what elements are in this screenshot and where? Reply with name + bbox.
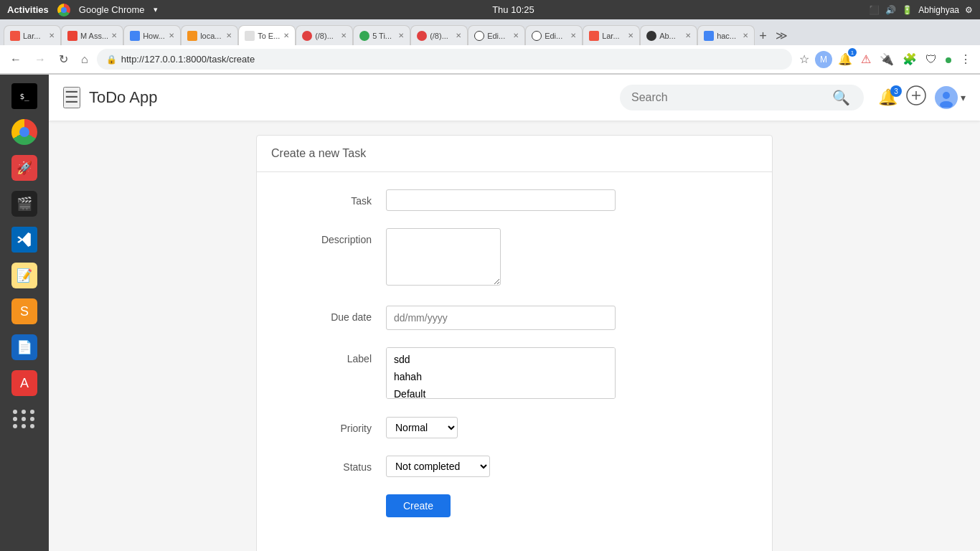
tab-favicon-5ti [359, 31, 369, 41]
tab-ab[interactable]: Ab... ✕ [640, 25, 697, 45]
notepad-icon: 📝 [11, 263, 37, 288]
back-button[interactable]: ← [6, 50, 26, 69]
label-label: Label [286, 347, 372, 364]
due-date-input[interactable] [386, 306, 616, 330]
bookmark-star-icon[interactable]: ☆ [796, 50, 812, 69]
tab-edi1[interactable]: Edi... ✕ [468, 25, 525, 45]
forward-button[interactable]: → [30, 50, 50, 69]
tab-favicon-edi1 [474, 31, 484, 41]
tab-close-how[interactable]: ✕ [169, 32, 174, 39]
sidebar-item-writer[interactable]: 📄 [9, 331, 40, 363]
label-select[interactable]: sdd hahah Default [386, 347, 616, 399]
tab-close-ass[interactable]: ✕ [111, 32, 117, 39]
tab-close-laravel[interactable]: ✕ [49, 32, 55, 39]
label-option-hahah[interactable]: hahah [387, 368, 615, 385]
tab-favicon-laravel [10, 31, 20, 41]
tab-close-q2[interactable]: ✕ [456, 32, 461, 39]
description-textarea[interactable] [386, 228, 501, 286]
tab-close-pma[interactable]: ✕ [226, 32, 232, 39]
search-area: 🔍 [620, 85, 864, 110]
chrome-app-icon [11, 119, 37, 145]
address-bar: ← → ↻ ⌂ 🔒 http://127.0.0.1:8000/task/cre… [0, 45, 980, 74]
tab-close-hac[interactable]: ✕ [743, 32, 748, 39]
tab-favicon-ab [646, 31, 656, 41]
chevron-down-icon[interactable]: ▾ [154, 5, 158, 14]
sidebar-item-notepad[interactable]: 📝 [9, 260, 40, 291]
status-select[interactable]: Not completed Completed [386, 456, 490, 477]
tab-label-5ti: 5 Ti... [372, 32, 395, 40]
task-row: Task [286, 189, 743, 211]
tab-q1[interactable]: (/8)... ✕ [296, 25, 353, 45]
description-label: Description [286, 228, 372, 245]
priority-select[interactable]: Low Normal High [386, 417, 458, 438]
new-tab-button[interactable]: + [755, 27, 771, 45]
extension1-icon[interactable]: 🔌 [877, 50, 897, 69]
tab-lar2[interactable]: Lar... ✕ [583, 25, 640, 45]
tab-laravel[interactable]: Lar... ✕ [4, 25, 61, 45]
reload-button[interactable]: ↻ [55, 50, 72, 69]
tab-5ti[interactable]: 5 Ti... ✕ [353, 25, 410, 45]
extension3-icon[interactable]: 🛡 [923, 50, 940, 69]
tab-how[interactable]: How... ✕ [123, 25, 181, 45]
more-icon[interactable]: ⋮ [957, 50, 974, 69]
activities-label[interactable]: Activities [7, 4, 49, 15]
tab-label-edi1: Edi... [487, 32, 510, 40]
browser-toolbar: ☆ M 🔔 1 ⚠ 🔌 🧩 🛡 ⋮ [796, 50, 974, 69]
tab-close-edi2[interactable]: ✕ [570, 32, 576, 39]
tab-close-lar2[interactable]: ✕ [628, 32, 633, 39]
sidebar-item-terminal[interactable]: $_ [9, 80, 40, 112]
sidebar-item-apps[interactable] [9, 403, 40, 435]
search-input[interactable] [631, 91, 832, 104]
tab-overflow-icon[interactable]: ≫ [771, 26, 792, 45]
warning-icon[interactable]: ⚠ [858, 50, 874, 69]
notification-button[interactable]: 🔔 3 [878, 88, 897, 107]
tab-close-todo[interactable]: ✕ [283, 32, 289, 39]
clock: Thu 10:25 [492, 4, 534, 15]
page-content: Create a new Task Task Description [49, 121, 980, 551]
sidebar-item-sublime[interactable]: S [9, 296, 40, 327]
tab-hac[interactable]: hac... ✕ [697, 25, 755, 45]
tab-label-edi2: Edi... [545, 32, 567, 40]
extension2-icon[interactable]: 🧩 [900, 50, 920, 69]
status-label: Status [286, 456, 372, 473]
tab-close-edi1[interactable]: ✕ [513, 32, 519, 39]
label-option-default[interactable]: Default [387, 385, 615, 399]
url-bar[interactable]: 🔒 http://127.0.0.1:8000/task/create [97, 49, 792, 70]
sidebar-item-vscode[interactable] [9, 224, 40, 255]
terminal-icon: $_ [11, 83, 37, 109]
chrome-icon [57, 4, 70, 17]
apps-grid-icon [10, 407, 39, 431]
tab-close-q1[interactable]: ✕ [341, 32, 347, 39]
notif-chrome-icon[interactable]: 🔔 1 [835, 50, 855, 69]
description-row: Description [286, 228, 743, 288]
avatar-button[interactable]: ▾ [935, 86, 966, 109]
sidebar-item-store[interactable]: A [9, 367, 40, 399]
tab-close-ab[interactable]: ✕ [685, 32, 691, 39]
task-input[interactable] [386, 189, 616, 211]
tab-todo[interactable]: To E... ✕ [238, 25, 296, 45]
notification-badge: 3 [890, 85, 902, 97]
tab-ass[interactable]: M Ass... ✕ [61, 25, 123, 45]
tab-label-todo: To E... [258, 32, 281, 40]
sidebar-item-chrome[interactable] [9, 116, 40, 148]
settings-icon[interactable]: ⚙ [965, 5, 973, 15]
create-task-card: Create a new Task Task Description [256, 135, 773, 551]
tab-close-5ti[interactable]: ✕ [398, 32, 404, 39]
tab-q2[interactable]: (/8)... ✕ [410, 25, 468, 45]
create-button[interactable]: Create [386, 494, 451, 517]
search-icon[interactable]: 🔍 [832, 89, 850, 106]
tab-favicon-todo [245, 31, 255, 41]
add-task-button[interactable] [906, 85, 926, 110]
home-button[interactable]: ⌂ [77, 50, 93, 69]
green-dot-icon[interactable] [943, 50, 954, 69]
tab-label-q2: (/8)... [430, 32, 453, 40]
sidebar-item-clapper[interactable]: 🎬 [9, 188, 40, 220]
tab-pma[interactable]: loca... ✕ [181, 25, 238, 45]
sidebar-item-rocket[interactable]: 🚀 [9, 152, 40, 184]
tab-edi2[interactable]: Edi... ✕ [525, 25, 583, 45]
hamburger-menu[interactable]: ☰ [63, 87, 80, 108]
profile-icon[interactable]: M [815, 51, 832, 68]
tab-favicon-edi2 [532, 31, 542, 41]
label-option-sdd[interactable]: sdd [387, 351, 615, 368]
tab-bar: Lar... ✕ M Ass... ✕ How... ✕ loca... ✕ T… [0, 19, 980, 45]
